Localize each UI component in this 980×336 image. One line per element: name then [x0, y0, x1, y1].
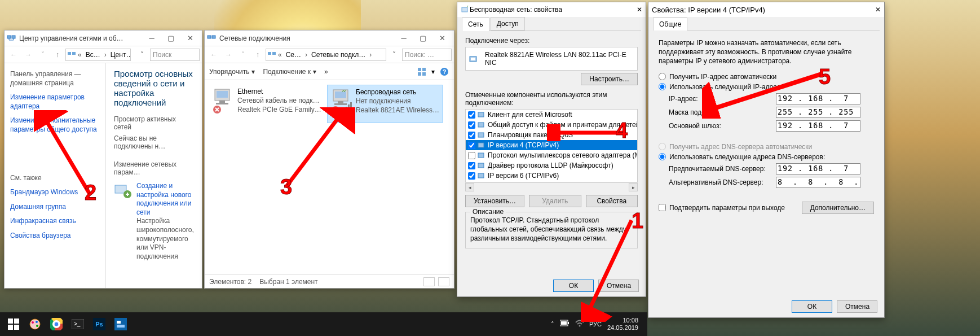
component-item[interactable]: IP версии 4 (TCP/IPv4) — [466, 140, 637, 150]
dns2-input[interactable] — [776, 177, 860, 188]
connect-to-menu[interactable]: Подключение к ▾ — [263, 68, 316, 76]
history-dropdown[interactable]: ˅ — [236, 48, 250, 62]
taskbar-terminal[interactable]: >_ — [68, 314, 88, 334]
taskbar-app[interactable] — [111, 314, 131, 334]
more-menu[interactable]: » — [324, 68, 328, 76]
breadcrumb-part[interactable]: Се… — [284, 51, 303, 59]
sidebar-infrared[interactable]: Инфракрасная связь — [10, 217, 100, 226]
help-icon[interactable]: ? — [439, 67, 449, 77]
tray-clock[interactable]: 10:08 24.05.2019 — [607, 317, 644, 331]
ok-button[interactable]: ОК — [792, 300, 832, 313]
component-list[interactable]: Клиент для сетей MicrosoftОбщий доступ к… — [465, 109, 638, 182]
close-button[interactable]: ✕ — [180, 32, 200, 45]
horizontal-scrollbar[interactable]: ◂ ▸ — [465, 182, 638, 191]
taskbar[interactable]: >_ Ps ˄ РУС 10:08 24.05.2019 — [0, 312, 647, 336]
component-checkbox[interactable] — [468, 162, 475, 169]
history-dropdown[interactable]: ˅ — [36, 48, 50, 62]
ok-button[interactable]: ОК — [553, 280, 594, 292]
scroll-left-button[interactable]: ◂ — [465, 183, 474, 191]
radio-ip-auto[interactable]: Получить IP-адрес автоматически — [659, 73, 874, 81]
component-item[interactable]: IP версии 6 (TCP/IPv6) — [466, 171, 637, 181]
new-connection-link[interactable]: Создание и настройка нового подключения … — [136, 182, 194, 217]
up-button[interactable]: ↑ — [51, 48, 64, 62]
dns1-input[interactable] — [776, 163, 860, 174]
sidebar-firewall[interactable]: Брандмауэр Windows — [10, 188, 100, 197]
component-checkbox[interactable] — [468, 152, 475, 159]
breadcrumb-part[interactable]: Сетевые подкл… — [309, 51, 368, 59]
taskbar-chrome[interactable] — [46, 314, 67, 334]
view-details-button[interactable] — [423, 277, 435, 286]
search-input[interactable]: Поиск — [150, 49, 200, 61]
sidebar-home[interactable]: Панель управления —домашняя страница — [10, 70, 100, 88]
organize-menu[interactable]: Упорядочить ▾ — [209, 68, 255, 76]
sidebar-sharing-settings[interactable]: Изменить дополнительныепараметры общего … — [10, 116, 100, 134]
cancel-button[interactable]: Отмена — [837, 300, 877, 313]
tab-access[interactable]: Доступ — [491, 17, 525, 30]
minimize-button[interactable]: ─ — [394, 32, 413, 45]
validate-checkbox[interactable]: Подтвердить параметры при выходе — [659, 204, 785, 212]
component-checkbox[interactable] — [468, 121, 475, 129]
svg-text:?: ? — [443, 68, 447, 75]
chevron-down-icon[interactable]: ▾ — [431, 68, 435, 76]
tab-general[interactable]: Общие — [653, 18, 687, 30]
view-icon[interactable] — [417, 67, 427, 77]
component-checkbox[interactable] — [468, 142, 475, 149]
component-item[interactable]: Клиент для сетей Microsoft — [466, 110, 637, 120]
component-item[interactable]: Драйвер протокола LLDP (Майкрософт) — [466, 160, 637, 171]
component-checkbox[interactable] — [468, 172, 475, 180]
back-button[interactable]: ← — [7, 48, 20, 62]
tab-network[interactable]: Сеть — [462, 18, 489, 31]
install-button[interactable]: Установить… — [465, 195, 524, 207]
titlebar[interactable]: Беспроводная сеть: свойства ✕ — [457, 2, 646, 17]
taskbar-paint[interactable] — [25, 314, 45, 334]
sidebar-change-adapter[interactable]: Изменение параметров адаптера — [10, 93, 100, 111]
gateway-input[interactable] — [776, 120, 860, 132]
taskbar-photoshop[interactable]: Ps — [89, 314, 109, 334]
forward-button[interactable]: → — [222, 48, 235, 62]
dropdown-button[interactable]: ˅ — [387, 48, 401, 62]
breadcrumb-part[interactable]: Цент… — [108, 51, 131, 59]
ip-address-input[interactable] — [776, 93, 860, 104]
sidebar-browser-props[interactable]: Свойства браузера — [10, 232, 100, 241]
dropdown-button[interactable]: ˅ — [135, 48, 149, 62]
titlebar[interactable]: Сетевые подключения ─ ▢ ✕ — [205, 30, 454, 46]
component-checkbox[interactable] — [468, 111, 475, 119]
search-input[interactable]: Поиск: … — [402, 49, 452, 61]
component-item[interactable]: Планировщик пакетов QoS — [466, 130, 637, 140]
titlebar[interactable]: Свойства: IP версии 4 (TCP/IPv4) ✕ — [648, 2, 884, 17]
up-button[interactable]: ↑ — [251, 48, 264, 62]
maximize-button[interactable]: ▢ — [413, 32, 432, 45]
breadcrumb-part[interactable]: Вс… — [83, 51, 103, 59]
tray-wifi-icon[interactable] — [575, 320, 584, 329]
titlebar[interactable]: Центр управления сетями и об… ─ ▢ ✕ — [5, 30, 202, 46]
component-item[interactable]: Общий доступ к файлам и принтерам для се… — [466, 120, 637, 130]
advanced-button[interactable]: Дополнительно… — [802, 202, 874, 214]
radio-dns-manual[interactable]: Использовать следующие адреса DNS-сервер… — [659, 153, 874, 161]
tray-language[interactable]: РУС — [589, 321, 602, 328]
close-button[interactable]: ✕ — [875, 6, 881, 14]
adapter-ethernet[interactable]: Ethernet Сетевой кабель не подк… Realtek… — [209, 85, 325, 123]
component-checkbox[interactable] — [468, 132, 475, 139]
radio-ip-manual[interactable]: Использовать следующий IP-адрес: — [659, 83, 874, 91]
close-button[interactable]: ✕ — [637, 6, 642, 14]
subnet-mask-input[interactable] — [776, 107, 860, 118]
start-button[interactable] — [3, 314, 24, 334]
uninstall-button[interactable]: Удалить — [529, 195, 581, 207]
forward-button[interactable]: → — [21, 48, 35, 62]
cancel-button[interactable]: Отмена — [598, 280, 639, 292]
back-button[interactable]: ← — [207, 48, 220, 62]
adapter-wireless[interactable]: Беспроводная сеть Нет подключения Realte… — [327, 85, 443, 123]
component-item[interactable]: Протокол мультиплексора сетевого адаптер… — [466, 150, 637, 160]
view-icons-button[interactable] — [438, 277, 449, 286]
sidebar-homegroup[interactable]: Домашняя группа — [10, 203, 100, 212]
maximize-button[interactable]: ▢ — [161, 32, 180, 45]
properties-button[interactable]: Свойства — [586, 195, 638, 207]
breadcrumb[interactable]: « Вс… › Цент… › — [65, 49, 131, 61]
configure-button[interactable]: Настроить… — [581, 73, 638, 85]
scroll-right-button[interactable]: ▸ — [629, 183, 638, 191]
minimize-button[interactable]: ─ — [142, 32, 161, 45]
tray-up-icon[interactable]: ˄ — [551, 321, 554, 328]
close-button[interactable]: ✕ — [432, 32, 452, 45]
tray-battery-icon[interactable] — [560, 320, 569, 329]
breadcrumb[interactable]: « Се… › Сетевые подкл… › — [266, 49, 386, 61]
